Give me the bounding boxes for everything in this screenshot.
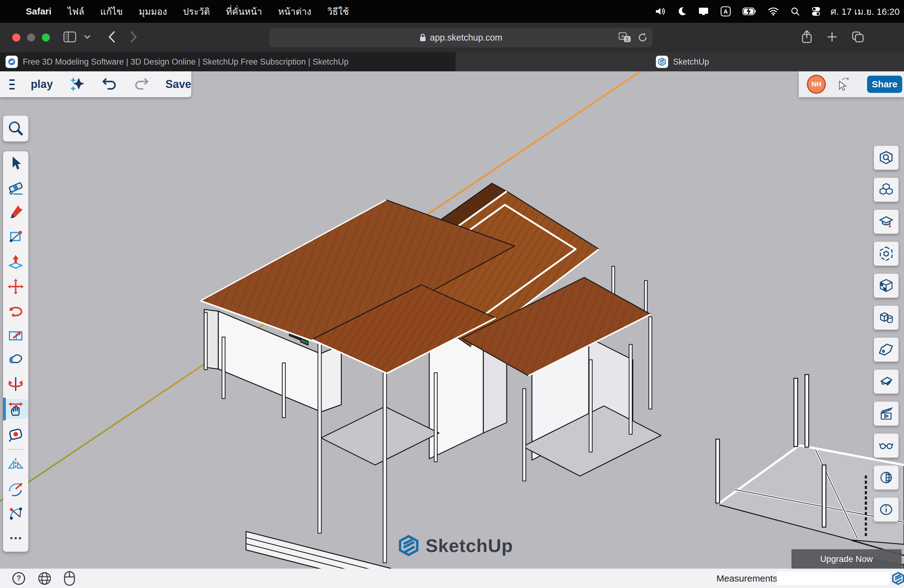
eraser-tool[interactable] bbox=[3, 179, 28, 198]
language-globe-icon[interactable] bbox=[38, 571, 52, 586]
moon-icon[interactable] bbox=[677, 7, 687, 16]
panel-3d-warehouse[interactable] bbox=[874, 306, 898, 330]
avatar[interactable]: NH bbox=[807, 75, 826, 94]
tab-title: Free 3D Modeling Software | 3D Design On… bbox=[23, 57, 349, 67]
scale-tool[interactable] bbox=[3, 326, 28, 345]
measurements-label: Measurements bbox=[716, 573, 777, 584]
undo-button[interactable] bbox=[101, 77, 117, 92]
panel-components[interactable] bbox=[874, 178, 898, 202]
menubar-clock[interactable]: ศ. 17 เม.ย. 16:20 bbox=[831, 4, 900, 19]
panel-display-glasses[interactable] bbox=[874, 434, 898, 458]
svg-text:?: ? bbox=[17, 574, 21, 582]
sketchup-watermark: SketchUp bbox=[398, 534, 513, 556]
measurements-input[interactable] bbox=[777, 571, 890, 585]
panel-soften-edges[interactable] bbox=[874, 370, 898, 394]
panel-scenes[interactable] bbox=[874, 401, 898, 426]
selected-tool-indicator bbox=[3, 398, 6, 420]
sidebar-toggle-icon[interactable] bbox=[63, 32, 76, 44]
tab-bar: Free 3D Modeling Software | 3D Design On… bbox=[0, 52, 904, 71]
reload-icon[interactable] bbox=[638, 32, 648, 43]
wifi-icon[interactable] bbox=[768, 7, 779, 16]
tab-sketchup-marketing[interactable]: Free 3D Modeling Software | 3D Design On… bbox=[0, 52, 455, 71]
pan-tool[interactable] bbox=[3, 399, 28, 419]
menu-history[interactable]: ประวัติ bbox=[175, 4, 218, 19]
push-pull-tool[interactable] bbox=[3, 253, 28, 272]
window-zoom-button[interactable] bbox=[42, 33, 50, 41]
sidebar-chevron-icon[interactable] bbox=[84, 35, 91, 41]
arcs-tool[interactable] bbox=[3, 479, 28, 499]
sketchup-logo-icon bbox=[892, 572, 904, 586]
menu-edit[interactable]: แก้ไข bbox=[92, 4, 131, 19]
translate-icon[interactable]: A文 bbox=[619, 32, 631, 43]
mouse-icon[interactable] bbox=[63, 571, 76, 586]
panel-search-model[interactable] bbox=[874, 146, 898, 170]
panel-styles[interactable] bbox=[874, 242, 898, 266]
safari-toolbar: app.sketchup.com A文 bbox=[0, 23, 904, 52]
screen: Safari ไฟล์ แก้ไข มุมมอง ประวัติ ที่คั่น… bbox=[0, 0, 904, 588]
address-bar[interactable]: app.sketchup.com A文 bbox=[269, 28, 653, 47]
shapes-tool[interactable] bbox=[3, 227, 28, 247]
menu-view[interactable]: มุมมอง bbox=[131, 4, 175, 19]
main-menu-button[interactable] bbox=[9, 77, 15, 92]
menu-file[interactable]: ไฟล์ bbox=[59, 4, 92, 19]
forward-button[interactable] bbox=[130, 31, 138, 44]
redo-button[interactable] bbox=[133, 77, 149, 92]
tool-rail bbox=[3, 151, 28, 552]
panel-geo-location[interactable] bbox=[874, 466, 898, 490]
menu-window[interactable]: หน้าต่าง bbox=[270, 4, 319, 19]
tape-measure-tool[interactable] bbox=[3, 424, 28, 444]
tab-overview-icon[interactable] bbox=[852, 31, 864, 44]
svg-text:文: 文 bbox=[625, 36, 629, 41]
control-center-icon[interactable] bbox=[811, 6, 821, 16]
house-model bbox=[201, 183, 661, 587]
paint-bucket-tool[interactable] bbox=[3, 350, 28, 370]
svg-text:A: A bbox=[724, 8, 728, 15]
search-icon[interactable] bbox=[790, 7, 800, 16]
account-share-bar: NH Share bbox=[799, 71, 904, 97]
tab-favicon bbox=[656, 56, 668, 68]
menu-help[interactable]: วิธีใช้ bbox=[319, 4, 357, 19]
pencil-tool[interactable] bbox=[3, 202, 28, 222]
tab-favicon bbox=[6, 56, 18, 68]
display-icon[interactable] bbox=[698, 7, 709, 16]
rotate-tool[interactable] bbox=[3, 302, 28, 321]
move-tool[interactable] bbox=[3, 277, 28, 296]
status-bar: ? Measurements bbox=[0, 569, 904, 588]
panel-materials[interactable] bbox=[874, 274, 898, 298]
save-button[interactable]: Save bbox=[166, 78, 191, 91]
url-text: app.sketchup.com bbox=[430, 33, 502, 43]
lock-icon bbox=[419, 33, 426, 42]
more-tools-button[interactable] bbox=[3, 528, 28, 548]
share-button[interactable]: Share bbox=[867, 76, 902, 93]
back-button[interactable] bbox=[107, 31, 115, 44]
menu-safari[interactable]: Safari bbox=[18, 6, 59, 17]
volume-icon[interactable] bbox=[654, 7, 666, 16]
flip-tool[interactable] bbox=[3, 454, 28, 474]
panel-model-info[interactable] bbox=[874, 498, 898, 522]
panel-tags[interactable] bbox=[874, 338, 898, 362]
share-page-icon[interactable] bbox=[801, 30, 812, 45]
upgrade-now-button[interactable]: Upgrade Now bbox=[792, 549, 902, 569]
svg-text:A: A bbox=[621, 33, 624, 39]
tool-divider bbox=[8, 449, 24, 450]
macos-menubar: Safari ไฟล์ แก้ไข มุมมอง ประวัติ ที่คั่น… bbox=[0, 0, 904, 23]
play-button[interactable]: play bbox=[31, 78, 53, 91]
tab-sketchup-app[interactable]: SketchUp bbox=[455, 52, 904, 71]
help-icon[interactable]: ? bbox=[12, 571, 26, 586]
tab-title: SketchUp bbox=[673, 57, 709, 67]
menu-bookmarks[interactable]: ที่คั่นหน้า bbox=[218, 4, 270, 19]
new-tab-icon[interactable] bbox=[827, 32, 838, 44]
select-tool[interactable] bbox=[3, 153, 28, 173]
panel-instructor[interactable] bbox=[874, 210, 898, 234]
ai-sparkles-icon[interactable] bbox=[69, 75, 85, 93]
sketchup-toolbar: play Save bbox=[0, 71, 191, 97]
zoom-search-tool[interactable] bbox=[3, 115, 28, 141]
orbit-tool[interactable] bbox=[3, 374, 28, 394]
bezier-tool[interactable] bbox=[3, 503, 28, 523]
input-source-icon[interactable]: A bbox=[721, 6, 731, 17]
watermark-label: SketchUp bbox=[425, 535, 513, 556]
window-close-button[interactable] bbox=[12, 33, 20, 41]
window-minimize-button[interactable] bbox=[27, 33, 35, 41]
sketchup-logo-icon bbox=[398, 534, 419, 556]
battery-icon[interactable] bbox=[743, 7, 756, 15]
